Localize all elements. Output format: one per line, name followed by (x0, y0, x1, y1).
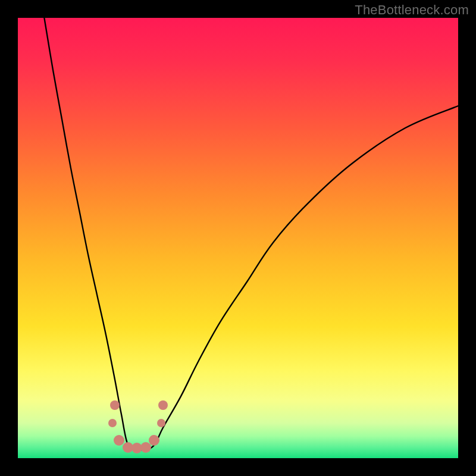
data-marker (149, 435, 159, 446)
data-marker (110, 400, 120, 410)
data-marker (158, 400, 168, 410)
background-gradient (18, 18, 458, 458)
chart-frame: TheBottleneck.com (0, 0, 476, 476)
data-marker (108, 419, 117, 427)
svg-rect-0 (18, 18, 458, 458)
watermark-text: TheBottleneck.com (355, 2, 469, 18)
data-marker (157, 419, 165, 427)
plot-area (18, 18, 458, 458)
